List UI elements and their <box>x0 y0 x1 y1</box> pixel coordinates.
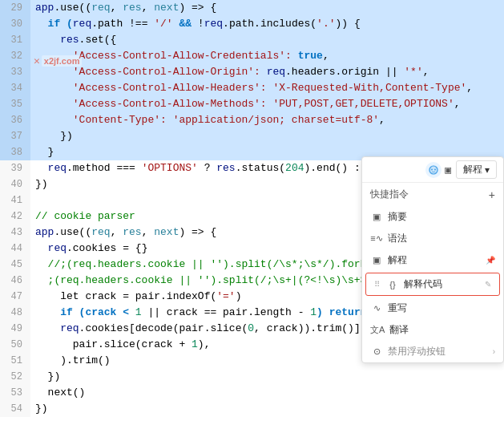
code-token: 'OPTIONS' <box>142 162 198 174</box>
line-code: if (req.path !== '/' && !req.path.includ… <box>30 16 504 32</box>
code-token: , <box>454 98 461 110</box>
line-number: 38 <box>0 144 30 160</box>
line-code: next() <box>30 385 504 401</box>
code-token: .use(( <box>54 226 91 238</box>
line-number: 49 <box>0 321 30 337</box>
code-token: 'Access-Control-Allow-Headers': <box>35 82 272 94</box>
item-label: 摘要 <box>388 210 495 224</box>
code-token: }) <box>35 370 60 382</box>
code-token: .status( <box>236 162 285 174</box>
code-token: , <box>142 226 155 238</box>
table-row: 31 res.set({ <box>0 32 504 48</box>
pin-icon[interactable]: 📌 <box>486 256 495 265</box>
explain-icon: ▣ <box>445 164 451 176</box>
code-token: .cookies[decode(pair.slice( <box>79 322 248 334</box>
line-number: 37 <box>0 128 30 144</box>
panel-item-explain[interactable]: ▣ 解程 📌 <box>362 249 503 271</box>
code-token: req <box>73 18 91 30</box>
code-token: .cookies = {} <box>67 242 147 254</box>
dropdown-icon: ▾ <box>485 164 490 176</box>
svg-point-3 <box>434 168 436 170</box>
code-token: true <box>298 50 323 62</box>
code-token: || crack == pair.length - <box>142 306 311 318</box>
panel-item-translate[interactable]: 文A 翻译 <box>362 319 503 341</box>
code-token: ) => { <box>179 226 216 238</box>
item-label: 重写 <box>388 301 495 315</box>
code-token: res <box>123 226 141 238</box>
code-token: ! <box>198 18 204 30</box>
line-number: 40 <box>0 176 30 192</box>
line-number: 54 <box>0 401 30 417</box>
code-token: req <box>267 66 285 78</box>
svg-point-0 <box>429 165 438 175</box>
code-token: 1 <box>192 338 198 350</box>
line-number: 34 <box>0 80 30 96</box>
line-code: 'Access-Control-Allow-Credentials': true… <box>30 48 504 64</box>
code-token: pair.slice(crack + <box>35 338 192 350</box>
code-token: 'Access-Control-Allow-Methods': <box>35 98 272 110</box>
item-label: 解释代码 <box>404 277 477 291</box>
code-token: next() <box>35 386 85 399</box>
code-token: 0 <box>248 322 254 334</box>
code-token: ) <box>236 290 242 302</box>
quick-commands-label: 快捷指令 <box>370 188 409 201</box>
panel-item-summary[interactable]: ▣ 摘要 <box>362 206 503 228</box>
table-row: 37 }) <box>0 128 504 144</box>
item-label: 语法 <box>388 232 495 245</box>
line-number: 30 <box>0 16 30 32</box>
table-row: 54}) <box>0 401 504 417</box>
line-code: res.set({ <box>30 32 504 48</box>
code-token: res <box>216 162 235 174</box>
arrow-icon: › <box>493 347 495 356</box>
line-number: 43 <box>0 225 30 241</box>
explain-button[interactable]: 解程 ▾ <box>456 160 497 179</box>
panel-items-container: ▣ 摘要 ≡∿ 语法 ▣ 解程 📌 ⠿ {} 解释代码 ✎ ∿ 重写 文A 翻译… <box>362 206 503 362</box>
line-code: }) <box>30 128 504 144</box>
code-token: ).trim() <box>35 354 111 366</box>
code-token: ) return <box>317 306 366 318</box>
edit-icon[interactable]: ✎ <box>485 280 491 289</box>
svg-point-2 <box>431 168 433 170</box>
code-token: ? <box>198 162 216 174</box>
code-token: '*' <box>404 66 422 78</box>
table-row: 53 next() <box>0 385 504 401</box>
panel-item-disable-float[interactable]: ⊙ 禁用浮动按钮 › <box>362 341 503 362</box>
line-number: 33 <box>0 64 30 80</box>
line-number: 31 <box>0 32 30 48</box>
line-number: 50 <box>0 337 30 353</box>
item-icon: {} <box>386 280 399 289</box>
line-code: 'Access-Control-Allow-Headers': 'X-Reque… <box>30 80 504 96</box>
drag-dots: ⠿ <box>374 280 380 289</box>
add-icon[interactable]: + <box>489 188 495 201</box>
item-icon: ▣ <box>370 212 383 222</box>
code-token: '=' <box>216 290 235 302</box>
item-icon: 文A <box>370 324 385 336</box>
panel-title: 快捷指令 + <box>362 183 503 206</box>
table-row: 36 'Content-Type': 'application/json; ch… <box>0 112 504 128</box>
panel-item-decode[interactable]: ⠿ {} 解释代码 ✎ <box>366 273 499 295</box>
line-code: 'Access-Control-Allow-Origin': req.heade… <box>30 64 504 80</box>
code-token: , <box>142 2 155 14</box>
code-token: req <box>35 242 67 254</box>
code-token: 'Content-Type': <box>35 114 173 126</box>
line-number: 41 <box>0 192 30 208</box>
line-number: 52 <box>0 369 30 385</box>
code-token: 'application/json; charset=utf-8' <box>173 114 379 126</box>
line-number: 39 <box>0 160 30 176</box>
code-token: ), <box>198 338 211 350</box>
code-token: && <box>173 18 198 30</box>
code-token: 204 <box>285 162 304 174</box>
line-code: 'Content-Type': 'application/json; chars… <box>30 112 504 128</box>
code-token: // cookie parser <box>35 210 135 222</box>
table-row: 34 'Access-Control-Allow-Headers': 'X-Re… <box>0 80 504 96</box>
code-token: app <box>35 2 54 14</box>
panel-item-grammar[interactable]: ≡∿ 语法 <box>362 228 503 249</box>
code-token: }) <box>35 403 48 415</box>
code-token: .set({ <box>79 34 117 46</box>
code-token: next <box>154 2 179 14</box>
code-token: }) <box>35 178 48 190</box>
panel-item-rewrite[interactable]: ∿ 重写 <box>362 297 503 319</box>
code-token: app <box>35 226 54 238</box>
code-token: req <box>91 226 110 238</box>
table-row: 29app.use((req, res, next) => { <box>0 0 504 16</box>
